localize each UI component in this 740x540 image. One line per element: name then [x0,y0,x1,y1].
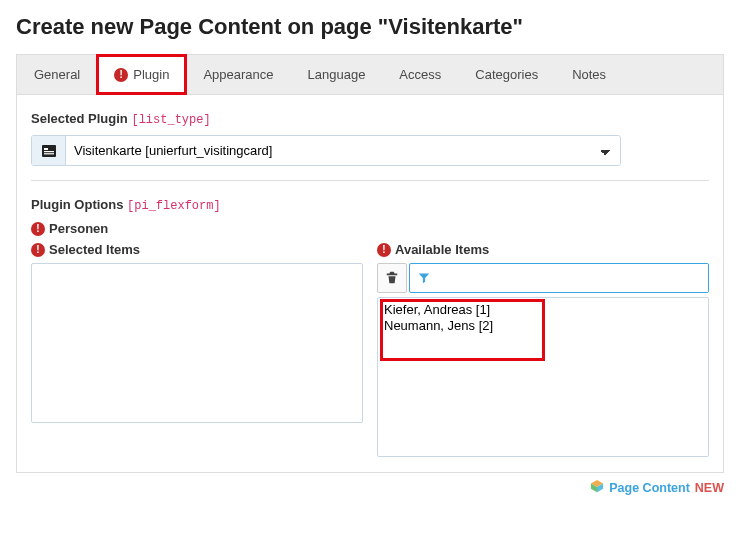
tab-plugin-label: Plugin [133,67,169,82]
footer-status: NEW [695,481,724,495]
tab-language[interactable]: Language [291,55,383,94]
tab-general[interactable]: General [17,55,97,94]
group-personen: ! Personen [31,221,709,236]
alert-icon: ! [377,243,391,257]
tab-access[interactable]: Access [382,55,458,94]
svg-rect-2 [44,151,54,152]
list-item[interactable]: Kiefer, Andreas [1] [382,302,704,318]
tab-plugin[interactable]: ! Plugin [97,55,186,94]
alert-icon: ! [31,222,45,236]
selected-items-listbox[interactable] [31,263,363,423]
alert-icon: ! [31,243,45,257]
selected-items-label: ! Selected Items [31,242,363,257]
plugin-select[interactable]: Visitenkarte [unierfurt_visitingcard] [66,136,620,165]
filter-input[interactable] [438,264,708,292]
filter-icon [410,264,438,292]
available-items-label: ! Available Items [377,242,709,257]
trash-icon [385,270,399,287]
plugin-options-label: Plugin Options [pi_flexform] [31,197,709,213]
footer-label: Page Content [609,481,690,495]
delete-button[interactable] [377,263,407,293]
page-title: Create new Page Content on page "Visiten… [16,14,724,40]
tab-categories[interactable]: Categories [458,55,555,94]
plugin-icon [32,136,66,165]
panel-plugin: Selected Plugin [list_type] Visitenkarte… [16,94,724,473]
selected-plugin-label: Selected Plugin [list_type] [31,111,709,127]
tab-appearance[interactable]: Appearance [186,55,290,94]
tabs: General ! Plugin Appearance Language Acc… [16,54,724,94]
plugin-select-wrap: Visitenkarte [unierfurt_visitingcard] [31,135,621,166]
footer: Page Content NEW [16,479,724,496]
list-item[interactable]: Neumann, Jens [2] [382,318,704,334]
content-type-icon [590,479,604,496]
svg-rect-3 [44,153,54,154]
available-items-listbox[interactable]: Kiefer, Andreas [1]Neumann, Jens [2] [377,297,709,457]
tab-notes[interactable]: Notes [555,55,623,94]
svg-rect-1 [44,148,48,150]
alert-icon: ! [114,68,128,82]
